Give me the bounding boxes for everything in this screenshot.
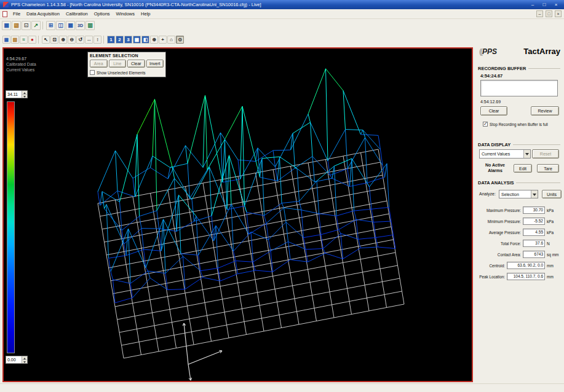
dropdown-arrow-icon — [531, 190, 538, 198]
spin-down-icon[interactable] — [22, 360, 27, 363]
data-display-title: DATA DISPLAY — [478, 142, 560, 147]
zoom-in-icon[interactable]: ⊕ — [59, 36, 67, 44]
current-time: 4:54:24.67 — [480, 73, 502, 79]
home-icon[interactable]: ⌂ — [167, 36, 175, 44]
brand-row: ((PPS TactArray — [479, 47, 560, 56]
view-grid-icon[interactable]: ▦ — [133, 36, 141, 44]
right-panel: ((PPS TactArray RECORDING BUFFER 4:54:24… — [474, 19, 564, 392]
open-icon[interactable]: ▧ — [11, 36, 19, 44]
menu-calibration[interactable]: Calibration — [63, 10, 91, 18]
element-selection-line-button[interactable]: Line — [109, 60, 127, 68]
print-icon[interactable]: ⊡ — [22, 21, 31, 30]
plot-area[interactable]: 4:54:29.67 Calibrated Data Current Value… — [2, 47, 473, 382]
view-1-icon[interactable]: 1 — [107, 36, 115, 44]
scale-max-value: 34.11 — [6, 91, 22, 98]
view-3d-icon[interactable]: 3D — [76, 21, 85, 30]
scale-min-spinner[interactable]: 0.00 — [6, 356, 28, 364]
zoom-out-icon[interactable]: ⊖ — [68, 36, 76, 44]
document-icon[interactable] — [2, 11, 7, 17]
stat-value: 6743 — [523, 251, 545, 258]
stop-recording-checkbox[interactable] — [483, 122, 488, 127]
element-selection-area-button[interactable]: Area — [90, 60, 108, 68]
rotate-icon[interactable]: ↺ — [76, 36, 84, 44]
save-icon[interactable]: ▦ — [2, 21, 11, 30]
save-icon[interactable]: ▦ — [2, 36, 10, 44]
chart-icon[interactable]: ≈ — [20, 36, 28, 44]
crosshair-icon[interactable]: ⊕ — [150, 36, 158, 44]
minimize-button[interactable]: – — [530, 1, 536, 8]
app-window: PPS Chameleon 1.14.3.58 - [North Carolin… — [0, 0, 564, 392]
table-view-icon[interactable]: ▦ — [66, 21, 75, 30]
view-3-icon[interactable]: 3 — [124, 36, 132, 44]
review-button[interactable]: Review — [531, 106, 559, 116]
stat-label: Maximum Pressure: — [477, 208, 521, 213]
element-selection-clear-button[interactable]: Clear — [127, 60, 145, 68]
stat-label: Total Force: — [477, 241, 521, 246]
stat-unit: sq mm — [547, 253, 562, 257]
status-bar — [0, 383, 564, 392]
window-title: PPS Chameleon 1.14.3.58 - [North Carolin… — [11, 2, 527, 7]
maximize-button[interactable]: □ — [541, 1, 547, 8]
stat-row: Maximum Pressure:30.70kPa — [477, 205, 562, 216]
stat-row: Minimum Pressure:-5.52kPa — [477, 216, 562, 227]
view-split-icon[interactable]: ◧ — [141, 36, 149, 44]
stat-unit: kPa — [547, 230, 562, 235]
mdi-minimize-button[interactable]: – — [536, 10, 543, 17]
display-mode-dropdown[interactable]: Current Values — [479, 149, 531, 159]
reset-button[interactable]: Reset — [532, 149, 559, 159]
close-button[interactable]: × — [553, 1, 559, 8]
show-unselected-label: Show Unselected Elements — [97, 71, 146, 75]
legend-icon[interactable]: ▥ — [85, 21, 95, 30]
main-toolbar: ▦▧⊡↗⊞◫▦3D▥ — [2, 20, 95, 31]
magnifier-icon[interactable]: ⊙ — [176, 36, 184, 44]
toolbar-separator — [42, 22, 44, 29]
stat-unit: kPa — [547, 219, 562, 224]
stat-value: -5.52 — [523, 218, 545, 225]
mdi-restore-button[interactable]: □ — [546, 10, 552, 17]
stat-value: 37.6 — [523, 240, 545, 247]
surface-plot — [4, 49, 472, 381]
stat-label: Contact Area: — [477, 253, 521, 257]
scale-max-spinner[interactable]: 34.11 — [6, 90, 28, 98]
menu-file[interactable]: File — [10, 10, 23, 18]
open-icon[interactable]: ▧ — [12, 21, 21, 30]
scale-min-value: 0.00 — [6, 356, 22, 363]
stat-label: Centroid: — [477, 264, 505, 268]
zoom-window-icon[interactable]: ⊡ — [50, 36, 58, 44]
analyze-value: Selection — [499, 190, 531, 198]
stop-recording-row: Stop Recording when Buffer is full — [483, 122, 563, 127]
stat-row: Total Force:37.6N — [477, 238, 562, 249]
view-2-icon[interactable]: 2 — [116, 36, 124, 44]
center-icon[interactable]: + — [159, 36, 167, 44]
grid-view-icon[interactable]: ⊞ — [46, 21, 55, 30]
split-view-icon[interactable]: ◫ — [56, 21, 65, 30]
record-icon[interactable]: ● — [28, 36, 36, 44]
stat-label: Average Pressure: — [477, 230, 521, 235]
analyze-dropdown[interactable]: Selection — [499, 190, 538, 198]
edit-alarms-button[interactable]: Edit — [514, 164, 532, 173]
menu-options[interactable]: Options — [91, 10, 113, 18]
pan-horizontal-icon[interactable]: ↔ — [85, 36, 93, 44]
export-icon[interactable]: ↗ — [31, 21, 41, 30]
mdi-window-controls: – □ × — [536, 10, 562, 17]
menu-help[interactable]: Help — [138, 10, 153, 18]
toolbar-separator — [38, 36, 40, 44]
menu-data-acquisition[interactable]: Data Acquisition — [23, 10, 63, 18]
stat-unit: mm — [547, 264, 562, 268]
stat-unit: kPa — [547, 208, 562, 213]
alarms-status: No Active Alarms — [479, 162, 511, 173]
element-selection-panel: ELEMENT SELECTION AreaLineClearInvert Sh… — [87, 52, 166, 77]
select-icon[interactable]: ↖ — [42, 36, 50, 44]
spin-down-icon[interactable] — [22, 95, 27, 98]
tare-button[interactable]: Tare — [537, 164, 559, 173]
element-selection-invert-button[interactable]: Invert — [146, 60, 164, 68]
mdi-close-button[interactable]: × — [555, 10, 562, 17]
units-button[interactable]: Units — [542, 190, 562, 198]
spinner-buttons — [22, 356, 27, 363]
stat-row: Peak Location:104.5, 110.7, 0.6mm — [477, 271, 562, 282]
recording-buffer-title: RECORDING BUFFER — [478, 66, 560, 71]
menu-windows[interactable]: Windows — [113, 10, 138, 18]
clear-buffer-button[interactable]: Clear — [480, 106, 507, 116]
show-unselected-checkbox[interactable] — [90, 70, 95, 75]
pan-vertical-icon[interactable]: ↕ — [93, 36, 101, 44]
